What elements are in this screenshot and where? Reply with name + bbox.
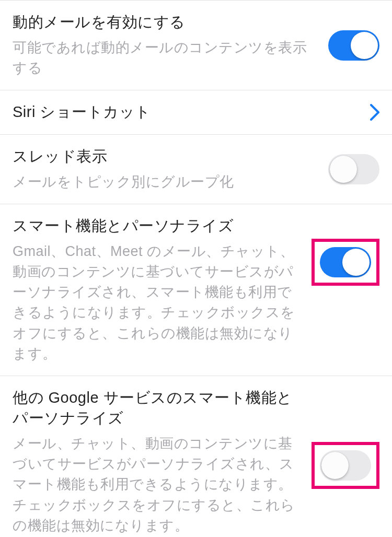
row-text: 動的メールを有効にする 可能であれば動的メールのコンテンツを表示する — [13, 12, 319, 78]
smart-personalize-title: スマート機能とパーソナライズ — [13, 216, 302, 236]
toggle-knob — [351, 32, 378, 59]
other-google-desc: メール、チャット、動画のコンテンツに基づいてサービスがパーソナライズされ、スマー… — [13, 434, 302, 536]
row-text: Siri ショートカット — [13, 102, 361, 122]
highlight-box — [312, 239, 379, 286]
toggle-knob — [342, 249, 370, 276]
smart-personalize-desc: Gmail、Chat、Meet のメール、チャット、動画のコンテンツに基づいてサ… — [13, 241, 302, 364]
toggle-knob — [330, 156, 357, 183]
other-google-toggle[interactable] — [320, 450, 371, 481]
row-other-google-smart: 他の Google サービスのスマート機能とパーソナライズ メール、チャット、動… — [0, 376, 392, 537]
dynamic-mail-title: 動的メールを有効にする — [13, 12, 319, 32]
siri-title: Siri ショートカット — [13, 102, 361, 122]
thread-toggle[interactable] — [328, 154, 379, 184]
row-text: スマート機能とパーソナライズ Gmail、Chat、Meet のメール、チャット… — [13, 216, 302, 364]
thread-desc: メールをトピック別にグループ化 — [13, 172, 319, 192]
dynamic-mail-control — [328, 30, 379, 61]
other-google-control — [312, 388, 379, 489]
highlight-box — [312, 442, 379, 489]
row-smart-personalize: スマート機能とパーソナライズ Gmail、Chat、Meet のメール、チャット… — [0, 204, 392, 376]
row-siri-shortcuts[interactable]: Siri ショートカット — [0, 90, 392, 134]
row-dynamic-mail: 動的メールを有効にする 可能であれば動的メールのコンテンツを表示する — [0, 0, 392, 90]
thread-title: スレッド表示 — [13, 146, 319, 167]
toggle-knob — [321, 452, 349, 479]
other-google-title: 他の Google サービスのスマート機能とパーソナライズ — [13, 388, 295, 428]
smart-personalize-control — [312, 216, 379, 286]
dynamic-mail-desc: 可能であれば動的メールのコンテンツを表示する — [13, 38, 319, 78]
settings-list: 動的メールを有効にする 可能であれば動的メールのコンテンツを表示する Siri … — [0, 0, 392, 537]
smart-personalize-toggle[interactable] — [320, 247, 371, 277]
row-thread-view: スレッド表示 メールをトピック別にグループ化 — [0, 135, 392, 204]
row-text: スレッド表示 メールをトピック別にグループ化 — [13, 146, 319, 192]
chevron-right-icon — [370, 104, 379, 121]
row-text: 他の Google サービスのスマート機能とパーソナライズ メール、チャット、動… — [13, 388, 302, 536]
siri-chevron — [370, 104, 379, 121]
thread-control — [328, 154, 379, 184]
dynamic-mail-toggle[interactable] — [328, 30, 379, 61]
